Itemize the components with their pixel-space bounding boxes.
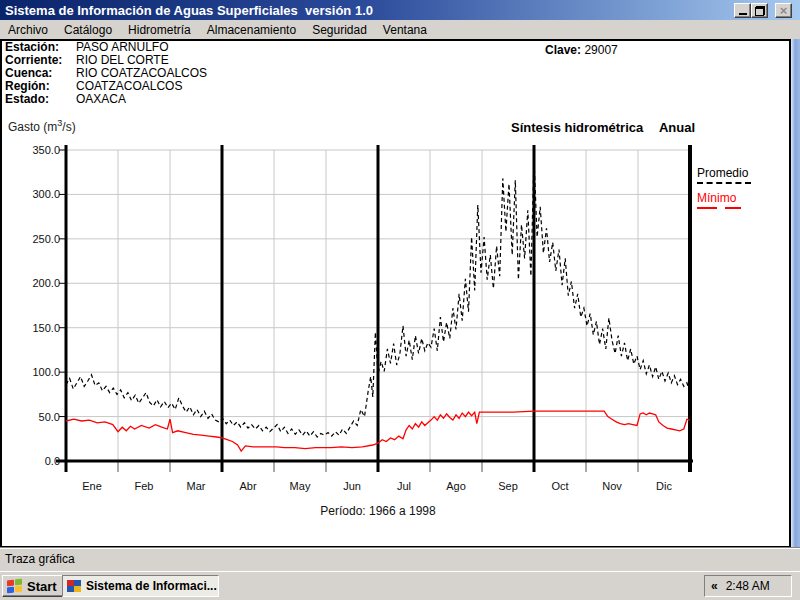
- y-tick-label: 100.0: [0, 366, 60, 378]
- x-label-jul: Jul: [378, 480, 430, 492]
- x-label-sep: Sep: [482, 480, 534, 492]
- station-field-label: Estado:: [5, 93, 76, 106]
- x-label-may: May: [274, 480, 326, 492]
- x-label-ago: Ago: [430, 480, 482, 492]
- menu-item-hidrometría[interactable]: Hidrometría: [120, 21, 199, 39]
- flag-pane: [15, 579, 22, 586]
- screen: Sistema de Información de Aguas Superfic…: [0, 0, 800, 600]
- app-icon-pane: [74, 586, 81, 592]
- x-label-feb: Feb: [118, 480, 170, 492]
- window-titlebar[interactable]: Sistema de Información de Aguas Superfic…: [0, 0, 800, 20]
- flag-pane: [15, 586, 22, 593]
- y-tick-label: 200.0: [0, 277, 60, 289]
- chart-area: Período: 1966 a 1998 350.0300.0250.0200.…: [0, 115, 795, 547]
- tray-chevron-icon[interactable]: «: [711, 579, 718, 593]
- clave-value: 29007: [584, 43, 617, 57]
- station-row: Estado:OAXACA: [5, 93, 207, 106]
- menu-item-seguridad[interactable]: Seguridad: [304, 21, 375, 39]
- x-label-dic: Dic: [638, 480, 690, 492]
- menu-item-archivo[interactable]: Archivo: [0, 21, 56, 39]
- start-label: Start: [27, 579, 57, 594]
- start-button[interactable]: Start: [2, 575, 65, 597]
- status-bar: Traza gráfica: [0, 547, 800, 571]
- app-icon: [67, 580, 82, 593]
- station-clave: Clave: 29007: [545, 43, 618, 57]
- taskbar: Start Sistema de Informaci... « 2:48 AM: [0, 571, 800, 600]
- menu-item-ventana[interactable]: Ventana: [375, 21, 435, 39]
- taskbar-task-button[interactable]: Sistema de Informaci...: [62, 575, 219, 597]
- station-field-value: PASO ARNULFO: [76, 40, 168, 54]
- y-tick-label: 300.0: [0, 188, 60, 200]
- station-field-value: RIO DEL CORTE: [76, 53, 169, 67]
- tray-clock: 2:48 AM: [726, 579, 770, 593]
- system-tray: « 2:48 AM: [704, 575, 792, 597]
- y-tick-label: 0.0: [0, 455, 60, 467]
- menu-item-almacenamiento[interactable]: Almacenamiento: [199, 21, 304, 39]
- task-label: Sistema de Informaci...: [86, 579, 217, 593]
- y-tick-label: 350.0: [0, 144, 60, 156]
- x-label-mar: Mar: [170, 480, 222, 492]
- y-tick-label: 150.0: [0, 322, 60, 334]
- x-label-abr: Abr: [222, 480, 274, 492]
- station-field-value: OAXACA: [76, 92, 126, 106]
- station-info: Estación:PASO ARNULFOCorriente:RIO DEL C…: [5, 41, 207, 106]
- station-field-value: COATZACOALCOS: [76, 79, 182, 93]
- titlebar-buttons: ×: [734, 3, 792, 18]
- x-label-nov: Nov: [586, 480, 638, 492]
- minimize-button[interactable]: [734, 3, 751, 18]
- close-button[interactable]: ×: [775, 3, 792, 18]
- flag-pane: [7, 580, 14, 587]
- minimize-icon: [739, 13, 747, 15]
- chart-period-label: Período: 1966 a 1998: [66, 504, 690, 518]
- windows-logo-icon: [7, 579, 23, 593]
- restore-button[interactable]: [751, 3, 768, 18]
- app-icon-pane: [67, 586, 74, 592]
- clave-label: Clave:: [545, 43, 581, 57]
- y-tick-label: 250.0: [0, 233, 60, 245]
- flag-pane: [7, 587, 14, 594]
- x-label-oct: Oct: [534, 480, 586, 492]
- menu-bar: ArchivoCatálogoHidrometríaAlmacenamiento…: [0, 20, 800, 39]
- station-field-value: RIO COATZACOALCOS: [76, 66, 207, 80]
- y-tick-label: 50.0: [0, 411, 60, 423]
- window-title: Sistema de Información de Aguas Superfic…: [5, 3, 373, 18]
- restore-icon: [755, 6, 765, 16]
- x-label-jun: Jun: [326, 480, 378, 492]
- x-label-ene: Ene: [66, 480, 118, 492]
- status-text: Traza gráfica: [5, 552, 75, 566]
- close-icon: ×: [780, 4, 788, 17]
- menu-item-catálogo[interactable]: Catálogo: [56, 21, 120, 39]
